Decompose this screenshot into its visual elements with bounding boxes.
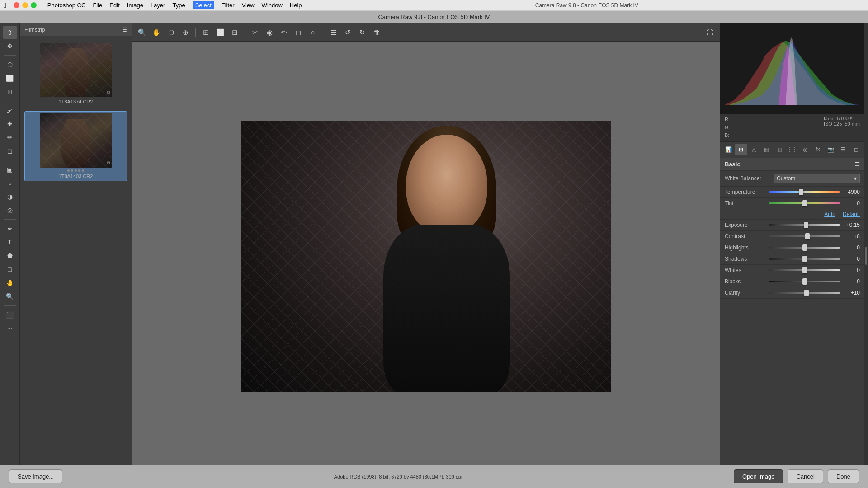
canvas-viewport[interactable] [132, 42, 720, 472]
hand-tool-btn[interactable]: ✋ [150, 26, 163, 39]
rotate-ccw-btn[interactable]: ↺ [341, 26, 354, 39]
tab-split-tone[interactable]: ▥ [774, 144, 785, 155]
filmstrip-item-1[interactable]: ⧉ 1T8A1374.CR2 [24, 41, 127, 107]
whites-slider[interactable] [769, 267, 840, 274]
filmstrip-menu-icon[interactable]: ☰ [122, 27, 127, 33]
tint-slider[interactable] [769, 200, 840, 207]
pref-btn[interactable]: ☰ [327, 26, 340, 39]
shape-tool[interactable]: □ [3, 263, 17, 276]
menu-image[interactable]: Image [127, 2, 143, 9]
wb-dropdown-icon: ▾ [854, 175, 857, 182]
filmstrip-thumb-2: ⧉ [40, 113, 112, 168]
minimize-dot[interactable] [22, 2, 28, 8]
gradient-tool[interactable]: ▣ [3, 163, 17, 176]
camera-info: R: --- G: --- B: --- f/5.6 1/100 s ISO 1… [720, 114, 864, 142]
retouch-btn[interactable]: ✂ [249, 26, 261, 39]
right-panel: R: --- G: --- B: --- f/5.6 1/100 s ISO 1… [720, 23, 864, 488]
menu-layer[interactable]: Layer [151, 2, 165, 9]
move-tool[interactable]: ✥ [3, 40, 17, 52]
blur-tool[interactable]: ◎ [3, 204, 17, 216]
auto-btn[interactable]: Auto [824, 211, 835, 217]
open-image-button[interactable]: Open Image [734, 469, 783, 483]
rotate-cw-btn[interactable]: ↻ [356, 26, 368, 39]
clarity-slider[interactable] [769, 289, 840, 296]
extra-tools[interactable]: ··· [3, 322, 17, 335]
wb-tool-btn[interactable]: ⬡ [165, 26, 177, 39]
foreground-bg[interactable]: ⬛ [3, 309, 17, 321]
type-tool[interactable]: T [3, 236, 17, 249]
menu-filter[interactable]: Filter [222, 2, 235, 9]
histogram-area [720, 23, 864, 114]
tab-snapshots[interactable]: ◻ [850, 144, 862, 155]
r-label: R: [725, 117, 730, 122]
straighten-btn[interactable]: ⬜ [214, 26, 226, 39]
tab-basic[interactable]: ⊞ [735, 144, 747, 155]
apple-menu[interactable]:  [4, 1, 6, 9]
tab-detail[interactable]: ⋮⋮ [786, 144, 798, 155]
tool-separator-3 [4, 160, 16, 160]
section-menu-icon[interactable]: ☰ [854, 161, 860, 168]
g-label: G: [725, 125, 730, 130]
adjustment-brush-btn[interactable]: ✏ [278, 26, 290, 39]
zoom-tool[interactable]: 🔍 [3, 290, 17, 303]
tab-histogram[interactable]: 📊 [722, 144, 734, 155]
delete-btn[interactable]: 🗑 [370, 26, 383, 39]
redeye-btn[interactable]: ◉ [263, 26, 276, 39]
tab-camera-calib[interactable]: 📷 [825, 144, 836, 155]
menu-view[interactable]: View [242, 2, 255, 9]
eraser-tool[interactable]: ◻ [3, 145, 17, 157]
crosshatch-2 [40, 113, 112, 168]
healing-tool[interactable]: ✚ [3, 117, 17, 130]
fullscreen-btn[interactable]: ⛶ [703, 26, 716, 39]
sampler-tool-btn[interactable]: ⊕ [179, 26, 192, 39]
default-btn[interactable]: Default [843, 211, 860, 217]
filmstrip-thumb-1: ⧉ [40, 43, 112, 97]
tab-lens[interactable]: ◎ [799, 144, 811, 155]
crop-tool[interactable]: ⊡ [3, 85, 17, 98]
gradient-filter-btn[interactable]: ◻ [292, 26, 305, 39]
menu-select[interactable]: Select [193, 1, 214, 9]
marquee-tool[interactable]: ⬜ [3, 72, 17, 84]
basic-section-header[interactable]: Basic ☰ [720, 158, 864, 171]
select-tool[interactable]: ⇧ [3, 26, 17, 39]
tab-tone-curve[interactable]: △ [748, 144, 760, 155]
contrast-slider[interactable] [769, 233, 840, 240]
path-tool[interactable]: ⬟ [3, 249, 17, 262]
panel-padding [720, 299, 864, 326]
pen-tool[interactable]: ✒ [3, 222, 17, 235]
save-image-button[interactable]: Save Image... [9, 469, 62, 483]
eyedropper-tool[interactable]: 🖊 [3, 104, 17, 117]
shadows-slider[interactable] [769, 255, 840, 263]
zoom-tool-btn[interactable]: 🔍 [136, 26, 148, 39]
tab-effects[interactable]: fx [812, 144, 824, 155]
blacks-slider[interactable] [769, 278, 840, 285]
menu-photoshop[interactable]: Photoshop CC [47, 2, 86, 9]
menu-type[interactable]: Type [172, 2, 185, 9]
wb-select[interactable]: Custom ▾ [774, 174, 860, 183]
exposure-slider[interactable] [769, 221, 840, 229]
panel-tabs: 📊 ⊞ △ ▦ ▥ ⋮⋮ ◎ fx 📷 ☰ ◻ [720, 142, 864, 158]
exif-info: f/5.6 1/100 s ISO 125 50 mm [824, 116, 860, 140]
transform-btn[interactable]: ⊟ [228, 26, 241, 39]
temperature-slider[interactable] [769, 188, 840, 196]
brush-tool[interactable]: ✏ [3, 131, 17, 144]
lasso-tool[interactable]: ⬡ [3, 58, 17, 71]
menu-window[interactable]: Window [262, 2, 283, 9]
menu-help[interactable]: Help [290, 2, 302, 9]
cancel-button[interactable]: Cancel [788, 469, 823, 483]
radial-filter-btn[interactable]: ○ [307, 26, 319, 39]
close-dot[interactable] [14, 2, 19, 8]
paint-bucket[interactable]: ⬦ [3, 177, 17, 189]
done-button[interactable]: Done [828, 469, 859, 483]
highlights-slider[interactable] [769, 244, 840, 251]
status-text: Adobe RGB (1998); 8 bit; 6720 by 4480 (3… [62, 474, 734, 479]
maximize-dot[interactable] [31, 2, 37, 8]
dodge-tool[interactable]: ◑ [3, 190, 17, 203]
tab-hsl[interactable]: ▦ [761, 144, 773, 155]
menu-edit[interactable]: Edit [109, 2, 119, 9]
hand-tool[interactable]: 🤚 [3, 277, 17, 289]
filmstrip-item-2[interactable]: ⧉ 1T8A1403.CR2 [24, 111, 127, 181]
menu-file[interactable]: File [93, 2, 102, 9]
crop-overlay-btn[interactable]: ⊞ [199, 26, 212, 39]
tab-presets[interactable]: ☰ [838, 144, 849, 155]
